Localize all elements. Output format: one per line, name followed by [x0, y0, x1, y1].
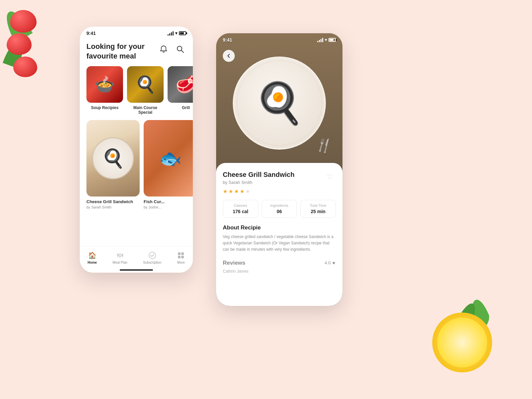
right-status-icons: ▾ [317, 38, 336, 42]
svg-rect-5 [178, 256, 181, 258]
sandwich-author: by Sarah Smith [86, 205, 140, 209]
reviews-header: Reviews 4.0 ★ [223, 260, 336, 266]
back-button[interactable] [223, 50, 235, 62]
stat-time: Total Time 25 min [300, 200, 336, 218]
about-title: About Recipie [223, 224, 336, 231]
mealplan-icon: 🍽 [116, 251, 124, 259]
calories-value: 176 cal [226, 209, 255, 214]
svg-point-2 [149, 252, 156, 259]
stars-row: ★ ★ ★ ★ ★ [223, 188, 336, 195]
ingredients-value: 06 [265, 209, 294, 214]
category-card-maincourse[interactable]: Main Course Special [127, 66, 164, 115]
lemon-decoration [432, 313, 499, 379]
featured-cards-row: Cheese Grill Sandwich by Sarah Smith Fis… [80, 115, 193, 209]
battery-icon [179, 31, 186, 35]
recipe-title: Cheese Grill Sandwich [223, 171, 295, 179]
time-value: 25 min [303, 209, 333, 214]
right-time: 9:41 [223, 37, 232, 43]
reviews-rating: 4.0 ★ [325, 260, 336, 265]
star-5: ★ [245, 188, 250, 195]
reviewer-name: Cathrin James [223, 269, 336, 274]
category-cards-row: Soup Recipies Main Course Special Grill [80, 66, 193, 115]
recipe-title-row: Cheese Grill Sandwich by Sarah Smith ♡ [223, 171, 336, 185]
soup-label: Soup Recipies [86, 105, 123, 110]
stats-row: Calories 176 cal Ingredients 06 Total Ti… [223, 200, 336, 218]
reviews-title: Reviews [223, 260, 245, 266]
star-2: ★ [228, 188, 233, 195]
star-4: ★ [240, 188, 244, 195]
left-phone: 9:41 ▾ Looking for your favourite meal [80, 27, 193, 273]
right-signal-icon [317, 38, 323, 42]
left-time: 9:41 [86, 31, 96, 36]
hero-image: 🍳 🍴 [216, 33, 342, 173]
bottom-nav: 🏠 Home 🍽 Meal Plan Subscription [80, 246, 193, 273]
notification-icon[interactable] [158, 43, 170, 55]
right-phone: 9:41 ▾ 🍳 🍴 Chee [216, 33, 342, 306]
category-card-grill[interactable]: Grill [168, 66, 193, 115]
maincourse-label: Main Course Special [127, 105, 164, 115]
search-icon[interactable] [174, 43, 186, 55]
left-status-bar: 9:41 ▾ [80, 27, 193, 39]
subscription-icon [148, 251, 156, 259]
ingredients-label: Ingredients [265, 203, 294, 207]
favorite-button[interactable]: ♡ [324, 171, 336, 183]
plate-image: 🍳 [233, 57, 326, 150]
right-wifi-icon: ▾ [325, 38, 327, 42]
nav-more[interactable]: More [177, 251, 185, 264]
sandwich-title: Cheese Grill Sandwich [86, 199, 140, 204]
svg-rect-3 [178, 252, 181, 255]
home-indicator [120, 269, 153, 271]
more-icon [177, 251, 185, 259]
about-text: Veg cheese grilled sandwich / vegetable … [223, 234, 336, 253]
fish-author: by Joshe... [144, 205, 193, 209]
right-status-bar: 9:41 ▾ [216, 33, 342, 45]
stat-calories: Calories 176 cal [223, 200, 258, 218]
recipe-author: by Sarah Smith [223, 180, 295, 185]
signal-icon [168, 31, 174, 36]
star-1: ★ [223, 188, 227, 195]
header-icons [158, 42, 186, 55]
left-status-icons: ▾ [168, 31, 186, 36]
featured-card-sandwich[interactable]: Cheese Grill Sandwich by Sarah Smith [86, 120, 140, 209]
stat-ingredients: Ingredients 06 [262, 200, 297, 218]
mealplan-label: Meal Plan [113, 261, 127, 264]
left-header: Looking for your favourite meal [80, 39, 193, 66]
reviews-section: Reviews 4.0 ★ Cathrin James [223, 260, 336, 274]
grill-label: Grill [168, 105, 193, 110]
wifi-icon: ▾ [175, 31, 177, 36]
svg-rect-6 [181, 256, 184, 258]
time-label: Total Time [303, 203, 333, 207]
subscription-label: Subscription [143, 261, 161, 264]
home-icon: 🏠 [88, 251, 96, 259]
nav-home[interactable]: 🏠 Home [88, 251, 97, 264]
more-label: More [177, 261, 185, 264]
calories-label: Calories [226, 203, 255, 207]
fish-title: Fish Cur... [144, 199, 193, 204]
svg-line-1 [181, 50, 184, 53]
main-heading: Looking for your favourite meal [86, 42, 156, 61]
tomato-decoration [7, 10, 60, 96]
recipe-content: Cheese Grill Sandwich by Sarah Smith ♡ ★… [216, 163, 342, 306]
star-3: ★ [234, 188, 239, 195]
svg-rect-4 [181, 252, 184, 255]
nav-mealplan[interactable]: 🍽 Meal Plan [113, 251, 127, 264]
category-card-soup[interactable]: Soup Recipies [86, 66, 123, 115]
fork-icon: 🍴 [314, 135, 334, 155]
featured-card-fish[interactable]: Fish Cur... by Joshe... [144, 120, 193, 209]
home-label: Home [88, 261, 97, 264]
nav-subscription[interactable]: Subscription [143, 251, 161, 264]
right-battery-icon [329, 38, 336, 42]
